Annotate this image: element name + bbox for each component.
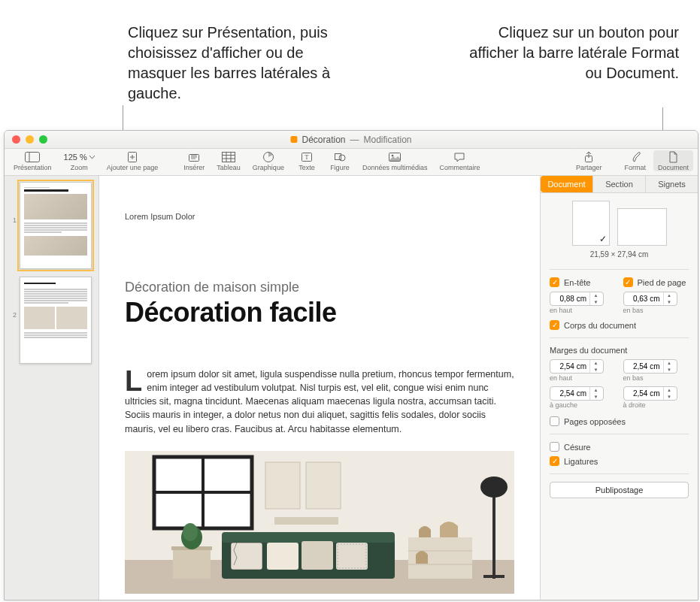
document-canvas[interactable]: Lorem Ipsum Dolor Décoration de maison s… — [99, 176, 540, 600]
thumbnail-page-2[interactable] — [20, 277, 92, 364]
shape-button[interactable]: Figure — [325, 150, 355, 171]
stepper-up-icon[interactable]: ▲ — [590, 292, 602, 299]
margin-bottom-stepper[interactable]: ▲▼ — [623, 359, 677, 374]
comment-icon — [450, 150, 468, 164]
facing-pages-label: Pages opposées — [564, 417, 626, 426]
footer-label: Pied de page — [638, 278, 686, 287]
thumbnail-number: 1 — [9, 216, 17, 224]
thumbnail-page-1[interactable] — [20, 182, 92, 269]
document-status: Modification — [364, 135, 412, 145]
margin-top-stepper[interactable]: ▲▼ — [550, 359, 604, 374]
margin-top-input[interactable] — [550, 362, 589, 371]
svg-point-20 — [392, 155, 394, 157]
svg-rect-28 — [265, 462, 300, 509]
tab-section[interactable]: Section — [592, 176, 645, 192]
thumbnail-sidebar[interactable]: 1 2 — [5, 176, 99, 600]
margin-right-stepper[interactable]: ▲▼ — [623, 386, 677, 401]
comment-button[interactable]: Commentaire — [435, 150, 484, 171]
insert-button[interactable]: Insérer — [179, 150, 209, 171]
callout-left: Cliquez sur Présentation, puis choisisse… — [128, 23, 361, 104]
format-button[interactable]: Format — [620, 150, 650, 171]
table-icon — [220, 150, 238, 164]
header-stepper[interactable]: ▲▼ — [550, 292, 604, 306]
page-size-landscape[interactable] — [617, 208, 667, 246]
svg-rect-30 — [274, 517, 338, 525]
page-subtitle: Décoration de maison simple — [125, 280, 514, 295]
panel-icon — [23, 150, 41, 164]
media-button[interactable]: Données multimédias — [358, 150, 432, 171]
insert-icon — [185, 150, 203, 164]
chart-button[interactable]: Graphique — [248, 150, 289, 171]
add-page-button[interactable]: Ajouter une page — [102, 150, 163, 171]
ligatures-label: Ligatures — [564, 457, 598, 466]
titlebar: Décoration — Modification — [5, 131, 698, 149]
footer-stepper[interactable]: ▲▼ — [623, 292, 677, 306]
hyphenation-label: Césure — [564, 443, 590, 452]
footer-sublabel: en bas — [623, 307, 689, 314]
check-icon: ✓ — [599, 234, 607, 244]
header-checkbox[interactable]: ✓ — [550, 277, 559, 287]
svg-rect-32 — [222, 532, 395, 543]
svg-rect-36 — [302, 541, 333, 570]
header-label: En-tête — [564, 278, 590, 287]
close-window-button[interactable] — [12, 135, 20, 144]
callout-right: Cliquez sur un bouton pour afficher la b… — [468, 23, 679, 83]
inspector-sidebar: Document Section Signets ✓ 21,59 × 27,94… — [540, 176, 698, 600]
svg-rect-39 — [173, 549, 211, 579]
media-icon — [386, 150, 404, 164]
toolbar: Présentation 125 % Zoom Ajouter une page… — [5, 149, 698, 176]
margin-bottom-input[interactable] — [624, 362, 663, 371]
inspector-tabs: Document Section Signets — [541, 176, 698, 193]
footer-value-input[interactable] — [624, 295, 663, 303]
facing-pages-checkbox[interactable] — [550, 416, 559, 426]
thumbnail-number: 2 — [9, 311, 17, 319]
table-button[interactable]: Tableau — [212, 150, 245, 171]
document-button[interactable]: Document — [653, 150, 693, 171]
margin-left-input[interactable] — [550, 389, 589, 398]
add-page-icon — [123, 150, 141, 164]
page-header-text: Lorem Ipsum Dolor — [125, 212, 514, 221]
svg-rect-9 — [223, 153, 235, 162]
tab-document[interactable]: Document — [541, 176, 592, 192]
view-button[interactable]: Présentation — [9, 150, 56, 171]
share-button[interactable]: Partager — [571, 150, 607, 171]
tab-bookmarks[interactable]: Signets — [645, 176, 698, 192]
page: Lorem Ipsum Dolor Décoration de maison s… — [99, 176, 540, 600]
stepper-down-icon[interactable]: ▼ — [590, 299, 602, 306]
margins-title: Marges du document — [550, 346, 689, 355]
mail-merge-button[interactable]: Publipostage — [550, 482, 689, 498]
margin-right-input[interactable] — [624, 389, 663, 398]
text-button[interactable]: T Texte — [292, 150, 322, 171]
svg-point-18 — [339, 155, 345, 161]
document-icon — [290, 136, 297, 143]
page-title: Décoration facile — [125, 297, 514, 328]
zoom-window-button[interactable] — [39, 135, 47, 144]
share-icon — [580, 150, 598, 164]
svg-rect-35 — [267, 543, 298, 570]
zoom-value: 125 % — [64, 150, 95, 164]
ligatures-checkbox[interactable]: ✓ — [550, 456, 559, 466]
chart-icon — [259, 150, 277, 164]
stepper-down-icon[interactable]: ▼ — [664, 299, 675, 306]
footer-checkbox[interactable]: ✓ — [623, 277, 633, 287]
svg-rect-29 — [306, 462, 341, 509]
document-icon-toolbar — [664, 150, 682, 164]
header-value-input[interactable] — [550, 295, 589, 303]
inline-image[interactable] — [125, 451, 514, 594]
margin-left-stepper[interactable]: ▲▼ — [550, 386, 604, 401]
header-sublabel: en haut — [550, 307, 616, 314]
svg-rect-0 — [26, 153, 40, 162]
hyphenation-checkbox[interactable] — [550, 442, 559, 452]
svg-rect-17 — [335, 154, 341, 160]
body-label: Corps du document — [564, 321, 636, 330]
page-size-portrait[interactable]: ✓ — [572, 201, 610, 246]
page-size-label: 21,59 × 27,94 cm — [550, 250, 689, 259]
svg-point-42 — [183, 523, 198, 541]
zoom-menu[interactable]: 125 % Zoom — [59, 150, 99, 171]
svg-rect-37 — [336, 543, 368, 570]
document-title: Décoration — [302, 135, 345, 145]
stepper-up-icon[interactable]: ▲ — [664, 292, 675, 299]
body-checkbox[interactable]: ✓ — [550, 320, 559, 330]
svg-point-47 — [480, 476, 508, 498]
minimize-window-button[interactable] — [26, 135, 34, 144]
